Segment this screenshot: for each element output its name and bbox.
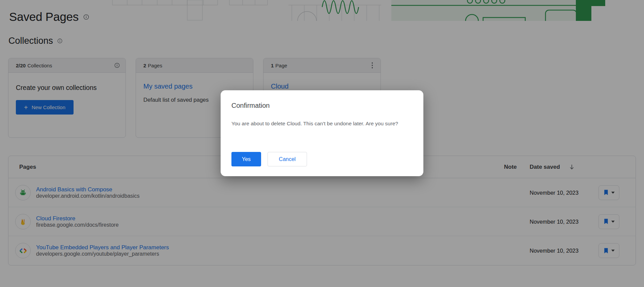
saved-pages-screen: Saved Pages Collections 2/20Collections … [0, 0, 644, 287]
confirmation-dialog: Confirmation You are about to delete Clo… [221, 90, 423, 176]
dialog-message: You are about to delete Cloud. This can'… [231, 119, 407, 128]
yes-button[interactable]: Yes [231, 152, 261, 166]
cancel-button[interactable]: Cancel [268, 152, 307, 166]
dialog-title: Confirmation [231, 102, 270, 109]
